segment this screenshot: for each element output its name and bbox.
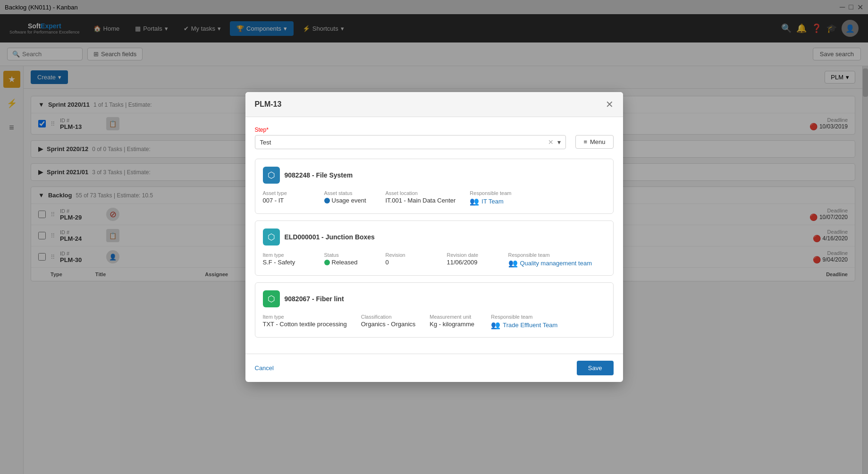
modal-footer: Cancel Save — [245, 354, 623, 382]
card-header: ⬡ 9082067 - Fiber lint — [263, 290, 606, 307]
classification-value: Organics - Organics — [361, 321, 416, 328]
card-title-junction: ELD000001 - Junction Boxes — [285, 233, 375, 241]
card-field: Asset status Usage event — [324, 190, 371, 206]
modal-body: Step* Test ✕ ▾ ≡ Menu ⬡ 9082248 - — [245, 117, 623, 354]
step-value: Test — [260, 139, 545, 146]
measurement-unit-value: Kg - kilogramme — [430, 321, 477, 328]
modal: PLM-13 ✕ Step* Test ✕ ▾ ≡ — [245, 92, 623, 382]
card-header: ⬡ ELD000001 - Junction Boxes — [263, 229, 606, 245]
step-field-group: Step* Test ✕ ▾ — [255, 127, 566, 149]
card-fields-fiberlint: Item type TXT - Cotton textile processin… — [263, 314, 606, 330]
responsible-team-value[interactable]: Quality management team — [520, 260, 592, 267]
card-fields-filesystem: Asset type 007 - IT Asset status Usage e… — [263, 190, 606, 206]
card-field: Revision date 11/06/2009 — [447, 252, 494, 268]
card-field: Responsible team 👥 Trade Effluent Team — [491, 314, 557, 330]
modal-close-button[interactable]: ✕ — [606, 99, 614, 110]
card-header: ⬡ 9082248 - File System — [263, 167, 606, 184]
menu-lines-icon: ≡ — [583, 138, 587, 145]
card-field: Responsible team 👥 IT Team — [470, 190, 517, 206]
card-icon-junction: ⬡ — [263, 229, 280, 245]
step-label: Step* — [255, 127, 566, 133]
asset-location-value: IT.001 - Main Data Center — [386, 197, 456, 204]
modal-header: PLM-13 ✕ — [245, 92, 623, 117]
card-title-filesystem: 9082248 - File System — [285, 171, 353, 179]
step-clear-icon[interactable]: ✕ — [548, 138, 554, 146]
card-field: Status Released — [324, 252, 371, 268]
revision-date-value: 11/06/2009 — [447, 259, 494, 266]
save-button[interactable]: Save — [577, 361, 614, 375]
modal-overlay: PLM-13 ✕ Step* Test ✕ ▾ ≡ — [0, 0, 868, 474]
team-icon: 👥 — [508, 259, 518, 268]
menu-button[interactable]: ≡ Menu — [575, 135, 613, 149]
asset-status-value: Usage event — [324, 197, 371, 204]
status-indicator — [324, 260, 330, 265]
step-select[interactable]: Test ✕ ▾ — [255, 135, 566, 149]
responsible-team-value[interactable]: IT Team — [481, 198, 503, 205]
item-type-value: TXT - Cotton textile processing — [263, 321, 347, 328]
card-icon-filesystem: ⬡ — [263, 167, 280, 184]
step-arrow-icon[interactable]: ▾ — [557, 138, 561, 146]
card-field: Classification Organics - Organics — [361, 314, 416, 330]
card-field: Asset type 007 - IT — [263, 190, 310, 206]
card-title-fiberlint: 9082067 - Fiber lint — [285, 295, 344, 303]
modal-title: PLM-13 — [255, 100, 282, 109]
card-field: Asset location IT.001 - Main Data Center — [386, 190, 456, 206]
card-field: Item type TXT - Cotton textile processin… — [263, 314, 347, 330]
card-field: Responsible team 👥 Quality management te… — [508, 252, 592, 268]
responsible-team-value[interactable]: Trade Effluent Team — [503, 322, 557, 329]
asset-card-filesystem: ⬡ 9082248 - File System Asset type 007 -… — [255, 159, 614, 214]
status-indicator — [324, 198, 330, 203]
card-field: Revision 0 — [386, 252, 433, 268]
cancel-button[interactable]: Cancel — [255, 364, 274, 372]
item-type-value: S.F - Safety — [263, 259, 310, 266]
team-icon: 👥 — [491, 321, 500, 330]
card-field: Measurement unit Kg - kilogramme — [430, 314, 477, 330]
card-field: Item type S.F - Safety — [263, 252, 310, 268]
card-fields-junction: Item type S.F - Safety Status Released R… — [263, 252, 606, 268]
status-value: Released — [324, 259, 371, 266]
asset-card-junction: ⬡ ELD000001 - Junction Boxes Item type S… — [255, 220, 614, 276]
card-icon-fiberlint: ⬡ — [263, 290, 280, 307]
revision-value: 0 — [386, 259, 433, 266]
asset-card-fiberlint: ⬡ 9082067 - Fiber lint Item type TXT - C… — [255, 282, 614, 338]
step-row: Step* Test ✕ ▾ ≡ Menu — [255, 127, 614, 149]
team-icon: 👥 — [470, 197, 479, 206]
asset-type-value: 007 - IT — [263, 197, 310, 204]
